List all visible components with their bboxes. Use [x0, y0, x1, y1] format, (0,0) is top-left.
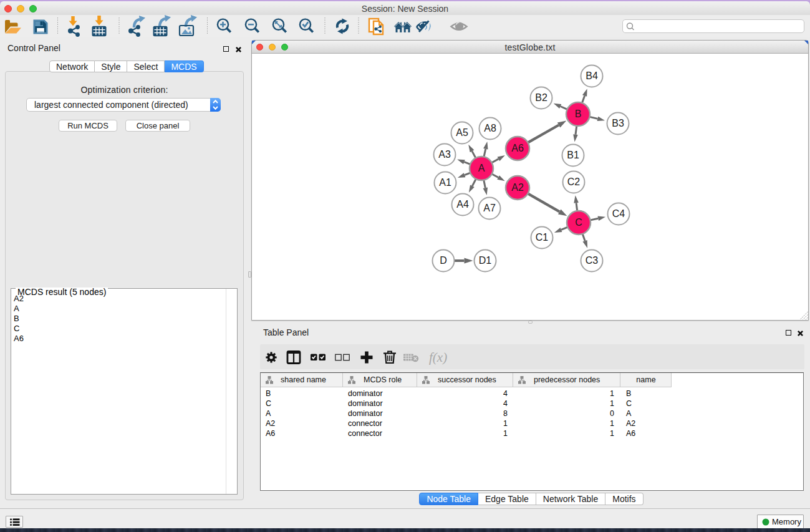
svg-text:A8: A8	[484, 123, 496, 133]
svg-text:A1: A1	[439, 177, 451, 188]
svg-text:B1: B1	[567, 150, 579, 160]
svg-text:B4: B4	[586, 70, 598, 81]
svg-text:A3: A3	[438, 149, 451, 160]
svg-text:D1: D1	[479, 255, 492, 266]
svg-text:A: A	[478, 163, 485, 173]
svg-text:C1: C1	[536, 232, 549, 243]
svg-text:A4: A4	[456, 199, 469, 210]
svg-text:B3: B3	[612, 118, 624, 128]
svg-text:C2: C2	[567, 177, 581, 187]
svg-text:A2: A2	[511, 182, 524, 193]
svg-text:D: D	[440, 255, 447, 266]
svg-text:C: C	[575, 217, 582, 228]
svg-text:A5: A5	[456, 127, 468, 138]
svg-text:A6: A6	[511, 143, 524, 153]
svg-text:A7: A7	[483, 203, 496, 213]
svg-text:B: B	[575, 109, 582, 119]
svg-text:f(x): f(x)	[429, 350, 447, 365]
svg-text:C3: C3	[586, 255, 599, 266]
svg-text:B2: B2	[535, 92, 547, 103]
svg-text:C4: C4	[612, 208, 625, 219]
